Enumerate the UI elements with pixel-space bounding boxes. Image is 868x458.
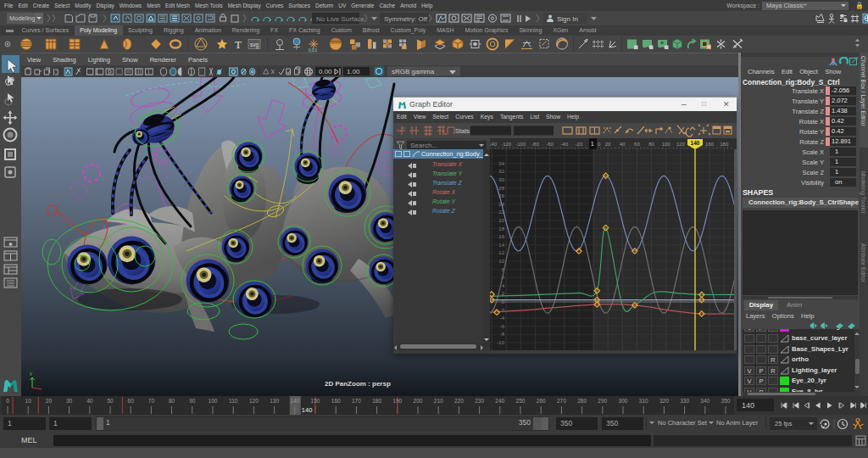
svg-text:Sign In: Sign In bbox=[557, 15, 578, 23]
svg-text:-4: -4 bbox=[500, 316, 505, 321]
svg-text:14: 14 bbox=[498, 243, 504, 248]
svg-text:320: 320 bbox=[659, 398, 669, 404]
svg-text:100: 100 bbox=[209, 398, 218, 404]
svg-text:0: 0 bbox=[6, 398, 9, 404]
svg-text:34: 34 bbox=[498, 161, 504, 166]
svg-text:-40: -40 bbox=[560, 142, 568, 147]
svg-text:150: 150 bbox=[311, 398, 320, 404]
svg-text:30: 30 bbox=[498, 177, 504, 182]
svg-text:140: 140 bbox=[302, 406, 313, 414]
svg-text:32: 32 bbox=[498, 169, 504, 174]
svg-text:20: 20 bbox=[605, 142, 611, 147]
svg-text:120: 120 bbox=[676, 142, 686, 147]
svg-text:210: 210 bbox=[434, 398, 443, 404]
svg-text:10: 10 bbox=[498, 259, 504, 264]
svg-text:220: 220 bbox=[454, 398, 464, 404]
svg-text:-60: -60 bbox=[546, 142, 554, 147]
svg-text:40: 40 bbox=[620, 142, 626, 147]
svg-text:170: 170 bbox=[352, 398, 361, 404]
svg-text:-80: -80 bbox=[531, 142, 539, 147]
svg-text:160: 160 bbox=[331, 398, 341, 404]
svg-text:80: 80 bbox=[648, 142, 654, 147]
svg-text:20: 20 bbox=[498, 218, 504, 223]
svg-text:No Live Surface: No Live Surface bbox=[316, 15, 364, 23]
svg-text:y: y bbox=[30, 371, 32, 376]
svg-text:330: 330 bbox=[680, 398, 689, 404]
svg-text:260: 260 bbox=[537, 398, 546, 404]
svg-text:60: 60 bbox=[634, 142, 640, 147]
svg-text:310: 310 bbox=[639, 398, 648, 404]
svg-text:2D PanZoom : persp: 2D PanZoom : persp bbox=[325, 380, 391, 388]
svg-text:-6: -6 bbox=[500, 324, 505, 329]
svg-text:90: 90 bbox=[189, 398, 196, 404]
svg-text:1: 1 bbox=[591, 141, 594, 147]
svg-text:-20: -20 bbox=[576, 142, 583, 147]
svg-text:80: 80 bbox=[169, 398, 175, 404]
svg-text:290: 290 bbox=[598, 398, 607, 404]
svg-text:12: 12 bbox=[498, 250, 504, 255]
svg-text:240: 240 bbox=[495, 398, 504, 404]
svg-text:70: 70 bbox=[148, 398, 155, 404]
svg-text:300: 300 bbox=[619, 398, 628, 404]
svg-text:svg: svg bbox=[250, 42, 259, 48]
svg-text:T: T bbox=[235, 38, 242, 51]
svg-text:340: 340 bbox=[700, 398, 709, 404]
svg-text:-120: -120 bbox=[501, 142, 512, 147]
svg-text:28: 28 bbox=[498, 186, 504, 191]
svg-text:-10: -10 bbox=[497, 340, 504, 345]
svg-text:200: 200 bbox=[414, 398, 423, 404]
svg-text:Symmetry: Off: Symmetry: Off bbox=[384, 15, 428, 23]
svg-text:270: 270 bbox=[557, 398, 566, 404]
svg-text:18: 18 bbox=[498, 226, 504, 232]
svg-text:190: 190 bbox=[392, 398, 402, 404]
svg-text:160: 160 bbox=[705, 142, 715, 147]
svg-text:10: 10 bbox=[25, 398, 32, 404]
svg-text:280: 280 bbox=[577, 398, 587, 404]
svg-text:120: 120 bbox=[249, 398, 259, 404]
svg-text:350: 350 bbox=[721, 398, 731, 404]
svg-text:1.00: 1.00 bbox=[347, 68, 360, 75]
svg-text:180: 180 bbox=[720, 142, 729, 147]
svg-text:100: 100 bbox=[662, 142, 671, 147]
svg-text:16: 16 bbox=[498, 234, 504, 239]
svg-text:30: 30 bbox=[66, 398, 73, 404]
svg-text:40: 40 bbox=[86, 398, 93, 404]
svg-text:-8: -8 bbox=[500, 332, 505, 337]
svg-text:140: 140 bbox=[691, 140, 700, 146]
svg-text:60: 60 bbox=[128, 398, 135, 404]
svg-text:20: 20 bbox=[46, 398, 53, 404]
svg-text:110: 110 bbox=[229, 398, 238, 404]
svg-text:180: 180 bbox=[372, 398, 381, 404]
svg-text:140: 140 bbox=[742, 401, 754, 410]
svg-text:230: 230 bbox=[475, 398, 484, 404]
svg-text:Stats: Stats bbox=[455, 127, 470, 135]
svg-text:-100: -100 bbox=[515, 142, 526, 147]
svg-text:sRGB gamma: sRGB gamma bbox=[392, 68, 435, 75]
svg-text:50: 50 bbox=[107, 398, 114, 404]
svg-text:-140: -140 bbox=[490, 142, 498, 147]
svg-text:130: 130 bbox=[270, 398, 279, 404]
svg-text:0.00: 0.00 bbox=[319, 68, 332, 75]
svg-text:250: 250 bbox=[516, 398, 526, 404]
svg-text:140: 140 bbox=[290, 398, 299, 404]
